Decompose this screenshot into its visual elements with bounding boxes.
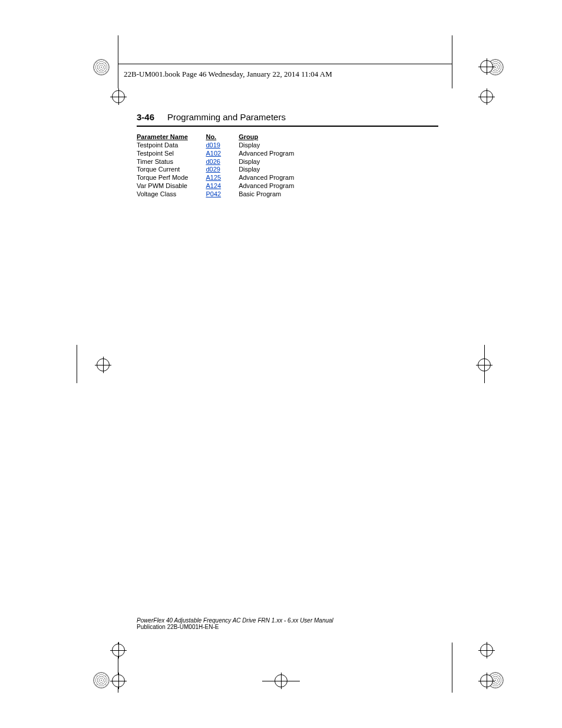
registration-mark-icon [480,644,493,657]
param-group: Advanced Program [239,150,312,158]
param-group: Display [239,141,312,150]
col-header-no: No. [206,133,239,141]
crop-line [118,64,452,64]
param-group: Advanced Program [239,174,312,182]
chapter-title: Programming and Parameters [167,112,286,122]
param-name: Var PWM Disable [137,182,206,190]
param-number-link[interactable]: d029 [206,166,239,174]
param-name: Voltage Class [137,190,206,199]
param-name: Torque Perf Mode [137,174,206,182]
table-row: Torque Current d029 Display [137,166,312,174]
param-name: Testpoint Data [137,141,206,150]
registration-mark-icon [480,60,493,73]
table-row: Var PWM Disable A124 Advanced Program [137,182,312,190]
col-header-group: Group [239,133,312,141]
table-row: Testpoint Data d019 Display [137,141,312,150]
registration-mark-icon [112,674,125,687]
manual-title: PowerFlex 40 Adjustable Frequency AC Dri… [137,617,333,624]
registration-mark-icon [97,358,110,371]
param-name: Testpoint Sel [137,150,206,158]
page-number: 3-46 [137,112,154,122]
param-group: Display [239,158,312,166]
registration-mark-icon [478,358,491,371]
table-header-row: Parameter Name No. Group [137,133,312,141]
table-row: Testpoint Sel A102 Advanced Program [137,150,312,158]
param-group: Display [239,166,312,174]
param-number-link[interactable]: d026 [206,158,239,166]
param-number-link[interactable]: d019 [206,141,239,150]
crop-line [452,35,452,88]
param-group: Basic Program [239,190,312,199]
crop-ornament-tl [93,59,110,75]
crop-line [118,35,118,88]
param-name: Timer Status [137,158,206,166]
param-number-link[interactable]: A125 [206,174,239,182]
param-number-link[interactable]: A102 [206,150,239,158]
parameter-index-table: Parameter Name No. Group Testpoint Data … [137,133,312,198]
registration-mark-icon [112,90,125,103]
table-row: Timer Status d026 Display [137,158,312,166]
page-footer: PowerFlex 40 Adjustable Frequency AC Dri… [137,617,333,630]
param-group: Advanced Program [239,182,312,190]
registration-mark-icon [480,674,493,687]
registration-mark-icon [275,674,287,687]
crop-ornament-bl [93,672,110,689]
registration-mark-icon [112,644,125,657]
publication-id: Publication 22B-UM001H-EN-E [137,624,333,630]
book-running-head: 22B-UM001.book Page 46 Wednesday, Januar… [124,70,332,79]
crop-line [77,345,77,383]
table-row: Torque Perf Mode A125 Advanced Program [137,174,312,182]
param-number-link[interactable]: A124 [206,182,239,190]
param-number-link[interactable]: P042 [206,190,239,199]
registration-mark-icon [480,90,493,103]
table-row: Voltage Class P042 Basic Program [137,190,312,199]
param-name: Torque Current [137,166,206,174]
crop-line [452,643,452,693]
page-header: 3-46 Programming and Parameters [137,112,438,127]
col-header-name: Parameter Name [137,133,206,141]
